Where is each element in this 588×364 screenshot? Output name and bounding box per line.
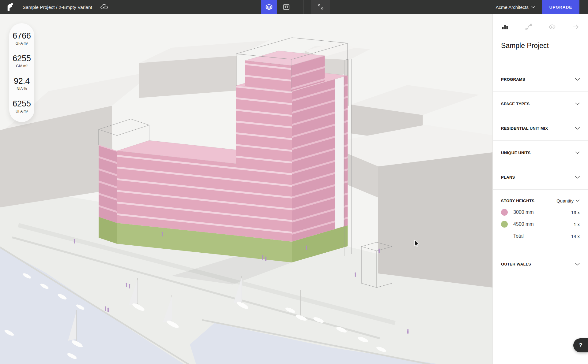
chevron-down-icon — [575, 78, 580, 81]
chevron-down-icon — [575, 151, 580, 154]
quantity-dropdown[interactable]: Quantity — [556, 198, 580, 203]
top-bar: Sample Project / 2-Empty Variant — [0, 0, 588, 14]
story-height-total-row: Total 14 x — [501, 233, 580, 240]
node-tool-button[interactable] — [311, 0, 330, 14]
node-tool-icon — [317, 3, 325, 11]
section-programs[interactable]: PROGRAMS — [493, 67, 588, 91]
cloud-sync-icon — [100, 4, 108, 10]
story-color-pink — [501, 209, 508, 216]
metric-value: 6255 — [10, 54, 33, 63]
story-height-row: 3000 mm 13 x — [501, 209, 580, 216]
metric-label: NIA % — [10, 87, 33, 91]
metric-label: GIA m² — [10, 64, 33, 68]
view-3d-button[interactable] — [261, 0, 277, 14]
metric-label: UFA m² — [10, 109, 33, 113]
chevron-down-icon — [575, 176, 580, 179]
story-height-row: 4500 mm 1 x — [501, 221, 580, 228]
right-sidebar: Sample Project PROGRAMS SPACE TYPES RESI… — [492, 14, 588, 364]
upgrade-button[interactable]: UPGRADE — [542, 0, 579, 14]
toolbar-divider — [303, 0, 303, 14]
arrow-tab-icon[interactable] — [572, 23, 580, 31]
section-unique-units[interactable]: UNIQUE UNITS — [493, 140, 588, 165]
chevron-down-icon — [576, 199, 580, 202]
section-plans[interactable]: PLANS — [493, 165, 588, 189]
metric-gia: 6255 GIA m² — [10, 54, 33, 68]
visibility-tab-icon[interactable] — [548, 23, 556, 31]
metrics-panel: 6766 GFA m² 6255 GIA m² 92.4 NIA % 6255 … — [9, 23, 34, 122]
metric-value: 92.4 — [10, 76, 33, 86]
finch-logo-icon[interactable] — [6, 3, 13, 11]
metric-gfa: 6766 GFA m² — [10, 31, 33, 46]
org-switcher[interactable]: Acme Architects — [496, 5, 535, 10]
sidebar-tabs — [501, 22, 580, 32]
plan-grid-icon — [282, 3, 290, 11]
chevron-down-icon — [575, 127, 580, 130]
section-space-types[interactable]: SPACE TYPES — [493, 91, 588, 116]
metric-value: 6255 — [10, 99, 33, 109]
help-button[interactable]: ? — [573, 338, 588, 352]
metric-label: GFA m² — [10, 41, 33, 46]
view-plan-button[interactable] — [277, 0, 296, 14]
story-color-green — [501, 221, 508, 228]
metric-value: 6766 — [10, 31, 33, 41]
3d-viewport[interactable] — [0, 14, 492, 364]
stats-tab-icon[interactable] — [501, 23, 509, 31]
chevron-down-icon — [575, 263, 580, 266]
section-story-heights: STORY HEIGHTS Quantity 3000 mm 13 x 4500… — [493, 189, 588, 252]
section-residential-unit-mix[interactable]: RESIDENTIAL UNIT MIX — [493, 116, 588, 140]
org-name: Acme Architects — [496, 5, 529, 10]
story-heights-label: STORY HEIGHTS — [501, 199, 534, 203]
section-outer-walls[interactable]: OUTER WALLS — [493, 252, 588, 276]
project-title: Sample Project — [501, 41, 580, 50]
chevron-down-icon — [531, 6, 535, 8]
layers-cube-icon — [265, 3, 273, 11]
metric-nia: 92.4 NIA % — [10, 76, 33, 91]
spline-tab-icon[interactable] — [525, 23, 533, 31]
metric-ufa: 6255 UFA m² — [10, 99, 33, 113]
chevron-down-icon — [575, 102, 580, 105]
breadcrumb[interactable]: Sample Project / 2-Empty Variant — [23, 5, 92, 10]
